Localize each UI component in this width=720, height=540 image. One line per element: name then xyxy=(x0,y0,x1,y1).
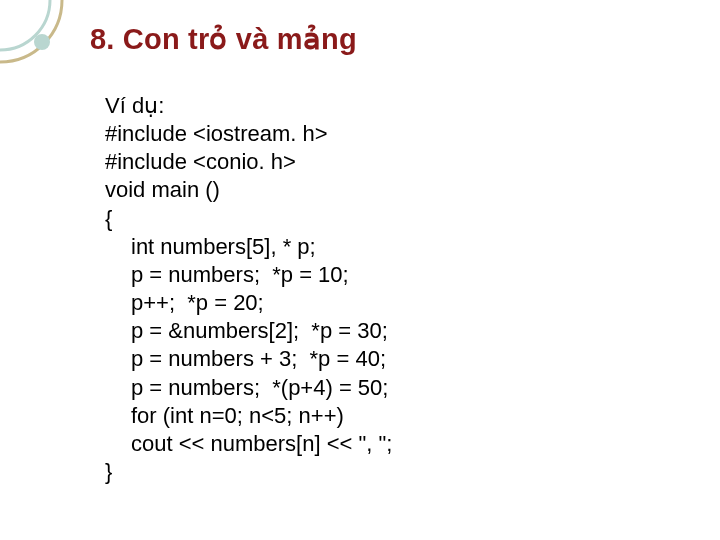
code-line: { xyxy=(105,205,392,233)
code-line: p++; *p = 20; xyxy=(105,289,392,317)
example-label: Ví dụ: xyxy=(105,92,392,120)
code-line: p = numbers; *(p+4) = 50; xyxy=(105,374,392,402)
code-line: #include <conio. h> xyxy=(105,148,392,176)
code-line: p = numbers + 3; *p = 40; xyxy=(105,345,392,373)
code-line: p = &numbers[2]; *p = 30; xyxy=(105,317,392,345)
code-line: void main () xyxy=(105,176,392,204)
code-line: } xyxy=(105,458,392,486)
code-line: int numbers[5], * p; xyxy=(105,233,392,261)
code-line: p = numbers; *p = 10; xyxy=(105,261,392,289)
slide-title: 8. Con trỏ và mảng xyxy=(90,22,357,56)
svg-point-1 xyxy=(0,0,50,50)
code-line: for (int n=0; n<5; n++) xyxy=(105,402,392,430)
svg-point-0 xyxy=(0,0,62,62)
corner-decoration xyxy=(0,0,70,70)
code-line: cout << numbers[n] << ", "; xyxy=(105,430,392,458)
svg-point-2 xyxy=(34,34,50,50)
code-line: #include <iostream. h> xyxy=(105,120,392,148)
code-block: Ví dụ: #include <iostream. h> #include <… xyxy=(105,92,392,486)
